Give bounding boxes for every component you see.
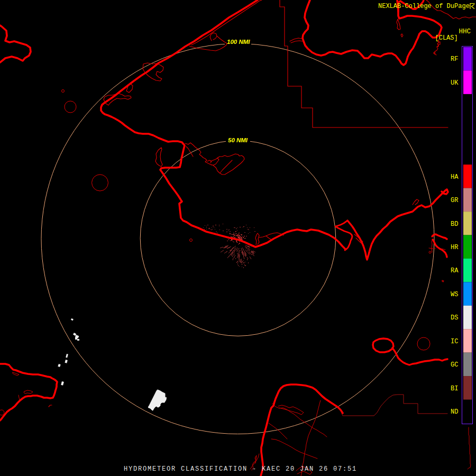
svg-text:100 NMI: 100 NMI (227, 39, 250, 45)
svg-text:NEXLAB-College of DuPage: NEXLAB-College of DuPage (378, 3, 470, 10)
svg-text:UK: UK (451, 79, 459, 87)
svg-text:GR: GR (451, 197, 458, 204)
svg-text:GC: GC (451, 361, 458, 369)
svg-text:HHC: HHC (459, 28, 471, 35)
svg-text:WS: WS (451, 291, 458, 298)
svg-text:DS: DS (451, 314, 458, 322)
svg-text:HA: HA (451, 173, 459, 181)
svg-text:RA: RA (451, 267, 459, 274)
svg-text:BD: BD (451, 221, 458, 228)
svg-text:ND: ND (451, 408, 458, 416)
svg-text:HR: HR (451, 244, 458, 251)
svg-text:RF: RF (451, 56, 458, 63)
svg-text:50 NMI: 50 NMI (228, 137, 248, 143)
svg-text:[CLAS]: [CLAS] (435, 34, 458, 42)
svg-text:BI: BI (451, 385, 458, 392)
svg-text:HYDROMETEOR CLASSIFICATION - K: HYDROMETEOR CLASSIFICATION - KAEC 20 JAN… (124, 465, 357, 473)
svg-text:IC: IC (451, 338, 458, 345)
